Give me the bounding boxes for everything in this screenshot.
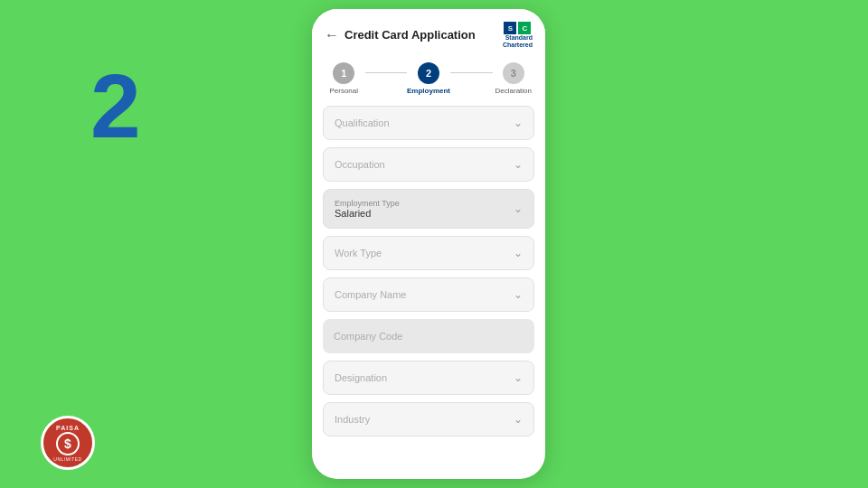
sc-logo: S C StandardChartered: [503, 22, 533, 48]
work-type-dropdown[interactable]: Work Type ⌄: [323, 236, 534, 270]
sc-green-square: C: [518, 22, 531, 34]
stepper: 1 Personal 2 Employment 3 Declaration: [312, 55, 545, 99]
step-container: 1 Personal 2 Employment 3 Declaration: [323, 62, 534, 95]
paisa-dollar-sign: $: [64, 436, 71, 451]
paisa-dollar-circle: $: [56, 432, 80, 455]
back-arrow-icon: ←: [325, 27, 339, 43]
occupation-label: Occupation: [335, 159, 385, 170]
page-title: Credit Card Application: [344, 28, 503, 42]
designation-label: Designation: [335, 372, 387, 383]
industry-chevron-icon: ⌄: [514, 413, 523, 426]
step-1-personal: 1 Personal: [323, 62, 365, 95]
qualification-dropdown[interactable]: Qualification ⌄: [323, 106, 534, 140]
step-3-declaration: 3 Declaration: [493, 62, 535, 95]
step-1-circle: 1: [333, 62, 354, 84]
work-type-label: Work Type: [335, 248, 382, 258]
step-1-label: Personal: [329, 87, 358, 95]
step-2-label: Employment: [407, 87, 450, 95]
employment-type-value: Salaried: [335, 208, 400, 219]
company-name-chevron-icon: ⌄: [514, 288, 523, 301]
industry-label: Industry: [335, 414, 370, 425]
paisa-bottom-text: UNLIMITED: [53, 456, 81, 462]
employment-type-label: Employment Type: [335, 199, 400, 208]
designation-chevron-icon: ⌄: [514, 371, 523, 384]
back-button[interactable]: ←: [325, 27, 339, 43]
paisa-top-text: PAISA: [56, 425, 80, 431]
sc-logo-badge: S C: [504, 22, 531, 34]
app-header: ← Credit Card Application S C StandardCh…: [312, 9, 545, 55]
phone-mockup: ← Credit Card Application S C StandardCh…: [312, 9, 545, 479]
sc-blue-square: S: [504, 22, 516, 34]
employment-type-left: Employment Type Salaried: [335, 199, 400, 219]
designation-dropdown[interactable]: Designation ⌄: [323, 361, 534, 395]
step-3-label: Declaration: [495, 87, 532, 95]
employment-type-dropdown[interactable]: Employment Type Salaried ⌄: [323, 189, 534, 229]
company-code-placeholder: Company Code: [334, 331, 402, 342]
step-connector-1: [365, 72, 408, 74]
occupation-chevron-icon: ⌄: [514, 158, 523, 171]
step-2-employment: 2 Employment: [407, 62, 450, 95]
step-connector-2: [450, 72, 493, 74]
form-content: Qualification ⌄ Occupation ⌄ Employment …: [312, 99, 545, 479]
paisa-logo: PAISA $ UNLIMITED: [41, 416, 95, 470]
sc-text: StandardChartered: [503, 34, 533, 48]
occupation-dropdown[interactable]: Occupation ⌄: [323, 147, 534, 182]
qualification-label: Qualification: [335, 117, 390, 128]
company-name-dropdown[interactable]: Company Name ⌄: [323, 277, 534, 312]
step-2-circle: 2: [418, 62, 439, 84]
qualification-chevron-icon: ⌄: [514, 117, 523, 129]
industry-dropdown[interactable]: Industry ⌄: [323, 402, 534, 436]
company-code-field[interactable]: Company Code: [323, 319, 534, 353]
employment-type-chevron-icon: ⌄: [514, 202, 523, 215]
company-name-label: Company Name: [335, 289, 406, 300]
step-number-display: 2: [90, 54, 141, 158]
work-type-chevron-icon: ⌄: [514, 247, 523, 259]
step-3-circle: 3: [503, 62, 524, 84]
